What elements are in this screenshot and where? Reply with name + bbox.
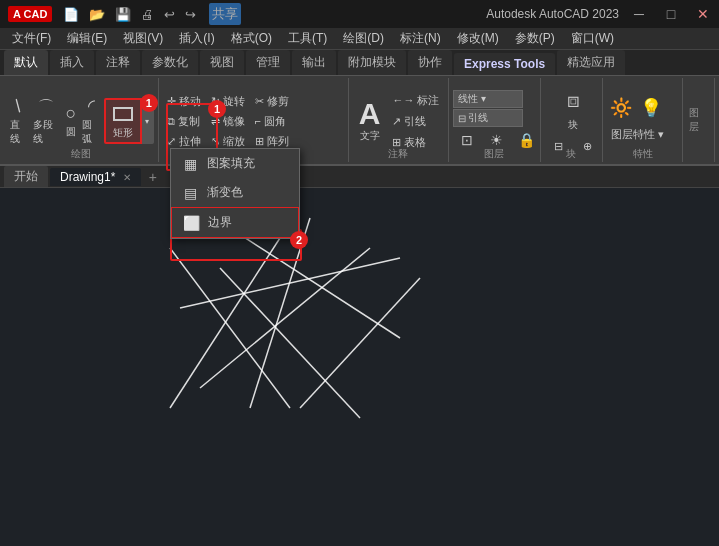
rect-hatch-container: 1 矩形 ▾ xyxy=(104,98,154,144)
polyline-icon: ⌒ xyxy=(38,96,54,118)
tool-trim[interactable]: ✂ 修剪 xyxy=(251,92,293,111)
dropdown-gradient[interactable]: ▤ 渐变色 xyxy=(171,178,299,207)
tab-drawing1[interactable]: Drawing1* ✕ xyxy=(50,168,141,186)
layer-selector[interactable]: 线性 ▾ xyxy=(453,90,523,108)
prop-row-1: 🔆 💡 xyxy=(607,96,667,120)
layer-select-big[interactable]: 图层特性 ▾ xyxy=(607,122,667,146)
tool-block-insert[interactable]: ⧈ xyxy=(553,84,593,116)
prop-icon-2[interactable]: 💡 xyxy=(637,96,665,120)
close-button[interactable]: ✕ xyxy=(687,0,719,28)
new-tab-button[interactable]: + xyxy=(143,167,163,187)
menu-bar: 文件(F) 编辑(E) 视图(V) 插入(I) 格式(O) 工具(T) 绘图(D… xyxy=(0,28,719,50)
app-title: Autodesk AutoCAD 2023 xyxy=(486,7,619,21)
prop-icon-1[interactable]: 🔆 xyxy=(607,96,635,120)
group-layers-label: 图层 xyxy=(449,147,540,162)
tab-collaborate[interactable]: 协作 xyxy=(408,50,452,75)
acad-logo: A CAD xyxy=(8,6,52,22)
text-icon: A xyxy=(359,99,381,129)
menu-insert[interactable]: 插入(I) xyxy=(171,28,222,49)
tool-fillet[interactable]: ⌐ 圆角 xyxy=(251,112,293,131)
menu-dimension[interactable]: 标注(N) xyxy=(392,28,449,49)
close-drawing-tab[interactable]: ✕ xyxy=(123,172,131,183)
layers-icon: ⊟ xyxy=(458,113,466,124)
tab-parametric[interactable]: 参数化 xyxy=(142,50,198,75)
svg-rect-0 xyxy=(114,108,132,120)
fillet-icon: ⌐ xyxy=(255,115,261,127)
rectangle-icon xyxy=(111,102,135,126)
tab-start[interactable]: 开始 xyxy=(4,166,48,187)
share-button[interactable]: 共享 xyxy=(209,3,241,25)
stretch-icon: ⤢ xyxy=(167,135,176,148)
tab-addons[interactable]: 附加模块 xyxy=(338,50,406,75)
arc-icon: ◜ xyxy=(88,96,95,118)
menu-format[interactable]: 格式(O) xyxy=(223,28,280,49)
print-icon[interactable]: 🖨 xyxy=(138,5,157,24)
group-properties-label: 特性 xyxy=(603,147,682,162)
tool-rectangle[interactable]: 矩形 xyxy=(104,98,142,144)
tab-manage[interactable]: 管理 xyxy=(246,50,290,75)
menu-edit[interactable]: 编辑(E) xyxy=(59,28,115,49)
tab-output[interactable]: 输出 xyxy=(292,50,336,75)
svg-line-7 xyxy=(300,278,420,408)
tab-express-tools[interactable]: Express Tools xyxy=(454,53,555,75)
tool-arc[interactable]: ◜ 圆弧 xyxy=(80,94,101,148)
svg-line-6 xyxy=(180,258,400,308)
redo-icon[interactable]: ↪ xyxy=(182,5,199,24)
badge-one: 1 xyxy=(140,94,158,112)
group-block: ⧈ 块 ⊟ ⊕ 块 xyxy=(541,78,604,162)
modify-stack-3: ✂ 修剪 ⌐ 圆角 ⊞ 阵列 xyxy=(251,92,293,151)
badge-2: 2 xyxy=(290,231,308,249)
tool-text[interactable]: A 文字 xyxy=(353,99,387,143)
tool-move[interactable]: ✛ 移动 xyxy=(163,92,205,111)
open-icon[interactable]: 📂 xyxy=(86,5,108,24)
tab-insert[interactable]: 插入 xyxy=(50,50,94,75)
tab-default[interactable]: 默认 xyxy=(4,50,48,75)
menu-params[interactable]: 参数(P) xyxy=(507,28,563,49)
boundary-icon: ⬜ xyxy=(182,215,200,231)
layer-controls: 线性 ▾ ⊟引线 ⊡ ☀ 🔒 xyxy=(453,90,541,152)
badge-1: 1 xyxy=(208,100,226,118)
gradient-icon: ▤ xyxy=(181,185,199,201)
tool-dimension[interactable]: ←→ 标注 xyxy=(388,91,443,110)
menu-tools[interactable]: 工具(T) xyxy=(280,28,335,49)
window-controls: ─ □ ✕ xyxy=(623,0,719,28)
group-layers: 线性 ▾ ⊟引线 ⊡ ☀ 🔒 图层 xyxy=(449,78,541,162)
menu-file[interactable]: 文件(F) xyxy=(4,28,59,49)
tool-circle[interactable]: ○ 圆 xyxy=(63,101,78,141)
layer-properties[interactable]: ⊟引线 xyxy=(453,109,523,127)
tab-view[interactable]: 视图 xyxy=(200,50,244,75)
dropdown-hatch[interactable]: ▦ 图案填充 xyxy=(171,149,299,178)
svg-line-2 xyxy=(170,238,280,408)
save-icon[interactable]: 💾 xyxy=(112,5,134,24)
scale-icon: ⤡ xyxy=(211,135,220,148)
modify-stack-1: ✛ 移动 ⧉ 复制 ⤢ 拉伸 xyxy=(163,92,205,151)
tool-copy[interactable]: ⧉ 复制 xyxy=(163,112,205,131)
menu-view[interactable]: 视图(V) xyxy=(115,28,171,49)
circle-icon: ○ xyxy=(65,103,76,125)
doc-tabs: 开始 Drawing1* ✕ + xyxy=(0,166,719,188)
tool-polyline[interactable]: ⌒ 多段线 xyxy=(31,94,61,148)
prop-row-2: 图层特性 ▾ xyxy=(607,122,667,146)
dropdown-boundary[interactable]: ⬜ 边界 xyxy=(171,207,299,238)
minimize-button[interactable]: ─ xyxy=(623,0,655,28)
menu-window[interactable]: 窗口(W) xyxy=(563,28,622,49)
tool-leader[interactable]: ↗ 引线 xyxy=(388,112,443,131)
dimension-icon: ←→ xyxy=(392,94,414,106)
group-draw: / 直线 ⌒ 多段线 ○ 圆 ◜ 圆弧 1 xyxy=(4,78,159,162)
menu-draw[interactable]: 绘图(D) xyxy=(335,28,392,49)
move-icon: ✛ xyxy=(167,95,176,108)
array-icon: ⊞ xyxy=(255,135,264,148)
undo-icon[interactable]: ↩ xyxy=(161,5,178,24)
maximize-button[interactable]: □ xyxy=(655,0,687,28)
dropdown-menu: ▦ 图案填充 ▤ 渐变色 ⬜ 边界 xyxy=(170,148,300,239)
tool-line[interactable]: / 直线 xyxy=(8,94,29,148)
svg-line-3 xyxy=(230,228,400,338)
group-annotation: A 文字 ←→ 标注 ↗ 引线 ⊞ 表格 注释 xyxy=(349,78,449,162)
group-annotation-label: 注释 xyxy=(349,147,448,162)
tab-annotation[interactable]: 注释 xyxy=(96,50,140,75)
tab-featured[interactable]: 精选应用 xyxy=(557,50,625,75)
drawing-area[interactable] xyxy=(0,188,719,526)
trim-icon: ✂ xyxy=(255,95,264,108)
new-icon[interactable]: 📄 xyxy=(60,5,82,24)
menu-modify[interactable]: 修改(M) xyxy=(449,28,507,49)
